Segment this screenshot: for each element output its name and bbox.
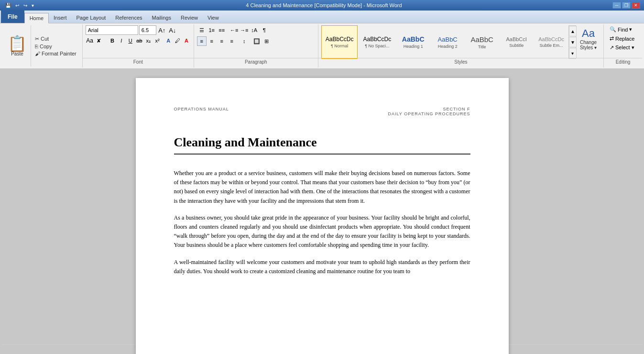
find-label: Find	[618, 27, 628, 33]
font-size-input[interactable]	[139, 25, 156, 35]
format-painter-button[interactable]: 🖌 Format Painter	[33, 50, 78, 57]
cut-label: Cut	[41, 36, 49, 42]
grow-font-button[interactable]: A↑	[157, 25, 167, 35]
numbering-button[interactable]: 1≡	[207, 25, 217, 35]
tab-insert[interactable]: Insert	[49, 12, 72, 23]
text-effects-button[interactable]: A	[164, 36, 173, 45]
styles-scroll-down[interactable]: ▼	[569, 37, 577, 47]
paste-label: Paste	[11, 51, 23, 56]
bold-button[interactable]: B	[108, 36, 117, 45]
text-highlight-button[interactable]: 🖊	[173, 36, 182, 45]
tab-review[interactable]: Review	[176, 12, 203, 23]
font-name-input[interactable]	[86, 25, 138, 35]
style-subtle-em-preview: AaBbCcDc	[538, 36, 564, 42]
find-button[interactable]: 🔍 Find ▾	[607, 25, 635, 33]
style-heading1-preview: AaBbC	[402, 35, 425, 43]
redo-icon[interactable]: ↪	[22, 2, 29, 9]
clipboard-group: 📋 Paste ✂ Cut ⎘ Copy 🖌 Format Painter Cl…	[2, 24, 83, 67]
copy-button[interactable]: ⎘ Copy	[33, 43, 78, 50]
style-normal-label: ¶ Normal	[331, 44, 348, 48]
save-icon[interactable]: 💾	[4, 2, 12, 9]
replace-label: Replace	[615, 36, 634, 42]
superscript-button[interactable]: x²	[153, 36, 162, 45]
line-spacing-button[interactable]: ↕	[240, 36, 249, 46]
font-color-button[interactable]: A	[182, 36, 191, 45]
tab-references[interactable]: References	[110, 12, 147, 23]
document-paragraph-3: A well-maintained facility will welcome …	[174, 258, 470, 276]
ribbon-tabs: File Home Insert Page Layout References …	[0, 11, 644, 23]
header-left: OPERATIONS MANUAL	[174, 107, 229, 116]
customize-icon[interactable]: ▾	[30, 2, 35, 9]
align-left-button[interactable]: ≡	[197, 36, 207, 46]
replace-button[interactable]: ⇄ Replace	[607, 34, 637, 43]
paragraph-group-label: Paragraph	[194, 58, 318, 66]
strikethrough-button[interactable]: ab	[135, 36, 144, 45]
font-dialog-launcher[interactable]: Aa	[86, 36, 94, 45]
window-controls[interactable]: ─ ❐ ✕	[612, 2, 640, 9]
undo-icon[interactable]: ↩	[14, 2, 21, 9]
close-button[interactable]: ✕	[632, 2, 640, 9]
italic-button[interactable]: I	[117, 36, 126, 45]
tab-file[interactable]: File	[1, 11, 24, 23]
align-buttons: ≡ ≡ ≡ ≡ ↕ 🔲 ⊞	[197, 36, 272, 46]
replace-icon: ⇄	[610, 35, 614, 42]
font-format-row: Aa ✘ B I U ab x₂ x² A 🖊 A	[86, 36, 191, 45]
style-heading1[interactable]: AaBbC Heading 1	[396, 25, 430, 59]
tab-view[interactable]: View	[203, 12, 224, 23]
style-no-spacing[interactable]: AaBbCcDc ¶ No Spaci...	[359, 25, 395, 59]
style-title[interactable]: AaBbC Title	[465, 25, 499, 59]
style-heading2[interactable]: AaBbC Heading 2	[431, 25, 464, 59]
copy-icon: ⎘	[35, 44, 38, 49]
select-button[interactable]: ↗ Select ▾	[607, 44, 637, 52]
styles-more[interactable]: ▾	[569, 48, 577, 58]
paste-icon: 📋	[8, 36, 27, 51]
subscript-button[interactable]: x₂	[144, 36, 153, 45]
editing-controls: 🔍 Find ▾ ⇄ Replace ↗ Select ▾	[607, 25, 639, 59]
style-subtitle[interactable]: AaBbCcI Subtitle	[500, 25, 533, 59]
style-no-spacing-label: ¶ No Spaci...	[365, 44, 389, 48]
align-right-button[interactable]: ≡	[217, 36, 227, 46]
format-painter-label: Format Painter	[42, 51, 76, 56]
underline-button[interactable]: U	[126, 36, 135, 45]
styles-group: AaBbCcDc ¶ Normal AaBbCcDc ¶ No Spaci...…	[318, 24, 604, 67]
document-header: OPERATIONS MANUAL SECTION F DAILY OPERAT…	[174, 107, 470, 116]
change-styles-label: Change Styles ▾	[580, 40, 597, 50]
find-icon: 🔍	[610, 26, 616, 33]
style-subtle-em[interactable]: AaBbCcDc Subtle Em...	[534, 25, 568, 59]
cut-button[interactable]: ✂ Cut	[33, 35, 78, 43]
style-heading2-label: Heading 2	[438, 44, 458, 49]
paste-button[interactable]: 📋 Paste	[4, 25, 31, 66]
tab-home[interactable]: Home	[24, 13, 49, 23]
style-title-preview: AaBbC	[470, 35, 493, 44]
copy-label: Copy	[40, 44, 52, 49]
header-right-bottom: DAILY OPERATING PROCEDURES	[388, 111, 470, 116]
quick-access-toolbar[interactable]: 💾 ↩ ↪ ▾	[4, 2, 35, 9]
clipboard-sub-buttons: ✂ Cut ⎘ Copy 🖌 Format Painter	[31, 25, 80, 66]
style-title-label: Title	[478, 44, 486, 49]
align-center-button[interactable]: ≡	[207, 36, 217, 46]
sort-button[interactable]: ↕A	[250, 25, 259, 35]
shrink-font-button[interactable]: A↓	[168, 25, 177, 35]
decrease-indent-button[interactable]: ←≡	[229, 25, 239, 35]
multilevel-list-button[interactable]: ≡≡	[217, 25, 227, 35]
change-styles-button[interactable]: Aa Change Styles ▾	[576, 25, 600, 59]
style-subtitle-preview: AaBbCcI	[506, 36, 526, 42]
title-bar: 💾 ↩ ↪ ▾ 4 Cleaning and Maintenance [Comp…	[0, 0, 644, 11]
increase-indent-button[interactable]: →≡	[240, 25, 249, 35]
shading-button[interactable]: 🔲	[252, 36, 262, 46]
tab-mailings[interactable]: Mailings	[147, 12, 176, 23]
tab-page-layout[interactable]: Page Layout	[72, 12, 111, 23]
borders-button[interactable]: ⊞	[262, 36, 272, 46]
restore-button[interactable]: ❐	[622, 2, 631, 9]
bullets-button[interactable]: ☰	[197, 25, 207, 35]
select-label: Select ▾	[615, 44, 634, 51]
list-buttons: ☰ 1≡ ≡≡ ←≡ →≡ ↕A ¶	[197, 25, 269, 35]
show-formatting-button[interactable]: ¶	[260, 25, 269, 35]
document-page: OPERATIONS MANUAL SECTION F DAILY OPERAT…	[136, 78, 509, 354]
styles-scroll-up[interactable]: ▲	[569, 26, 577, 36]
minimize-button[interactable]: ─	[612, 2, 621, 9]
style-normal-preview: AaBbCcDc	[326, 36, 354, 43]
style-normal[interactable]: AaBbCcDc ¶ Normal	[321, 25, 358, 59]
justify-button[interactable]: ≡	[227, 36, 237, 46]
clear-formatting-button[interactable]: ✘	[95, 36, 103, 45]
